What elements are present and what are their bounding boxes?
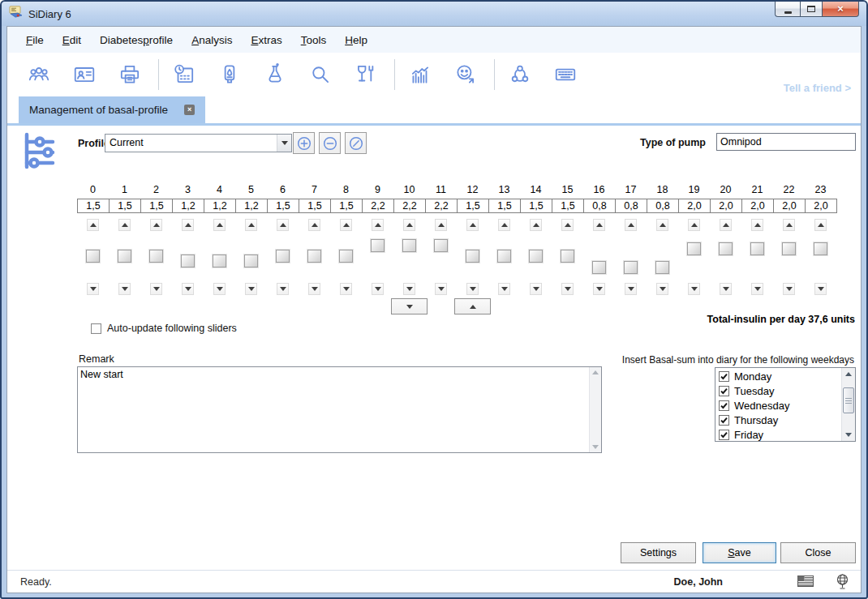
- menu-edit[interactable]: Edit: [54, 31, 89, 49]
- slider-down-button-6[interactable]: [277, 283, 289, 295]
- toolbar-flask-button[interactable]: [263, 62, 287, 87]
- remove-profile-button[interactable]: [319, 132, 341, 154]
- slider-up-button-12[interactable]: [466, 219, 479, 231]
- toolbar-search-button[interactable]: [308, 62, 333, 87]
- toolbar-share-button[interactable]: [508, 62, 532, 87]
- slider-thumb-1[interactable]: [118, 250, 131, 263]
- remark-textarea[interactable]: New start: [77, 366, 602, 453]
- toolbar-users-button[interactable]: [27, 62, 51, 87]
- weekday-friday[interactable]: Friday: [715, 427, 841, 442]
- slider-up-button-9[interactable]: [372, 219, 384, 231]
- slider-up-button-15[interactable]: [561, 219, 574, 231]
- slider-up-button-6[interactable]: [277, 219, 289, 231]
- slider-thumb-16[interactable]: [592, 261, 606, 274]
- slider-thumb-10[interactable]: [402, 239, 416, 252]
- menu-file[interactable]: File: [18, 31, 52, 49]
- slider-thumb-3[interactable]: [181, 255, 195, 267]
- maximize-button[interactable]: [800, 2, 823, 17]
- profile-select[interactable]: Current: [105, 134, 292, 152]
- slider-up-button-8[interactable]: [340, 219, 352, 231]
- chevron-down-icon[interactable]: [277, 135, 291, 152]
- slider-thumb-9[interactable]: [371, 239, 385, 252]
- slider-up-button-11[interactable]: [435, 219, 447, 231]
- slider-down-button-8[interactable]: [340, 283, 352, 295]
- slider-up-button-5[interactable]: [245, 219, 257, 231]
- slider-down-button-18[interactable]: [656, 283, 668, 295]
- scroll-down-icon[interactable]: [845, 433, 852, 437]
- slider-down-button-10[interactable]: [403, 283, 415, 295]
- slider-down-button-4[interactable]: [213, 283, 226, 295]
- slider-down-button-15[interactable]: [561, 283, 574, 295]
- slider-up-button-1[interactable]: [118, 219, 131, 231]
- slider-up-button-19[interactable]: [688, 219, 700, 231]
- remark-scrollbar[interactable]: [589, 367, 601, 452]
- slider-thumb-0[interactable]: [86, 250, 100, 263]
- weekday-tuesday[interactable]: Tuesday: [715, 383, 841, 398]
- tell-a-friend-link[interactable]: Tell a friend >: [784, 82, 851, 94]
- slider-down-button-3[interactable]: [182, 283, 194, 295]
- slider-down-button-14[interactable]: [530, 283, 542, 295]
- slider-down-button-22[interactable]: [783, 283, 795, 295]
- slider-thumb-6[interactable]: [276, 250, 290, 263]
- slider-thumb-7[interactable]: [307, 250, 321, 263]
- menu-tools[interactable]: Tools: [293, 31, 335, 49]
- weekday-monday[interactable]: Monday: [715, 369, 841, 383]
- slider-down-button-17[interactable]: [625, 283, 637, 295]
- slider-thumb-14[interactable]: [529, 250, 543, 263]
- slider-down-button-16[interactable]: [593, 283, 605, 295]
- slider-thumb-20[interactable]: [719, 242, 733, 255]
- slider-thumb-17[interactable]: [624, 261, 638, 274]
- slider-thumb-5[interactable]: [244, 255, 258, 267]
- slider-down-button-12[interactable]: [466, 283, 479, 295]
- toolbar-statistics-button[interactable]: [408, 62, 432, 87]
- auto-update-checkbox[interactable]: Auto-update following sliders: [91, 323, 237, 334]
- slider-thumb-11[interactable]: [434, 239, 448, 252]
- titlebar[interactable]: SiDiary 6: [2, 2, 866, 26]
- slider-thumb-21[interactable]: [750, 242, 764, 255]
- slider-thumb-12[interactable]: [466, 250, 479, 263]
- slider-up-button-4[interactable]: [213, 219, 226, 231]
- weekday-thursday[interactable]: Thursday: [715, 413, 841, 427]
- scroll-up-icon[interactable]: [592, 370, 599, 374]
- flag-icon[interactable]: [797, 575, 814, 590]
- tab-close-icon[interactable]: [184, 105, 195, 115]
- slider-down-button-2[interactable]: [150, 283, 162, 295]
- toolbar-food-button[interactable]: [354, 62, 378, 87]
- toolbar-printer-button[interactable]: [118, 62, 142, 87]
- slider-down-button-21[interactable]: [751, 283, 763, 295]
- slider-up-button-23[interactable]: [814, 219, 827, 231]
- menu-analysis[interactable]: Analysis: [183, 31, 240, 49]
- slider-thumb-18[interactable]: [655, 261, 669, 274]
- pump-type-input[interactable]: [716, 133, 856, 151]
- scroll-up-icon[interactable]: [845, 372, 852, 376]
- slider-up-button-2[interactable]: [150, 219, 162, 231]
- slider-up-button-13[interactable]: [498, 219, 510, 231]
- slider-down-button-7[interactable]: [308, 283, 320, 295]
- slider-up-button-21[interactable]: [751, 219, 763, 231]
- step-up-button-hour-12[interactable]: [454, 298, 491, 314]
- slider-down-button-9[interactable]: [372, 283, 384, 295]
- slider-up-button-14[interactable]: [530, 219, 542, 231]
- globe-icon[interactable]: [836, 574, 849, 593]
- slider-thumb-19[interactable]: [687, 242, 701, 255]
- toolbar-id-card-button[interactable]: [72, 62, 97, 87]
- slider-down-button-20[interactable]: [720, 283, 732, 295]
- slider-up-button-17[interactable]: [625, 219, 637, 231]
- slider-up-button-16[interactable]: [593, 219, 605, 231]
- menu-help[interactable]: Help: [337, 31, 376, 49]
- scrollbar-thumb[interactable]: [843, 387, 854, 413]
- close-button[interactable]: Close: [780, 542, 856, 563]
- minimize-button[interactable]: [775, 2, 800, 17]
- slider-thumb-2[interactable]: [149, 250, 163, 263]
- toolbar-glucose-meter-button[interactable]: [217, 62, 242, 87]
- slider-up-button-22[interactable]: [783, 219, 795, 231]
- slider-down-button-19[interactable]: [688, 283, 700, 295]
- toolbar-keyboard-button[interactable]: [553, 62, 578, 87]
- add-profile-button[interactable]: [293, 132, 315, 154]
- slider-up-button-7[interactable]: [308, 219, 320, 231]
- toolbar-smiley-button[interactable]: [453, 62, 478, 87]
- slider-thumb-8[interactable]: [339, 250, 353, 263]
- slider-thumb-13[interactable]: [497, 250, 511, 263]
- slider-up-button-3[interactable]: [182, 219, 194, 231]
- slider-up-button-20[interactable]: [720, 219, 732, 231]
